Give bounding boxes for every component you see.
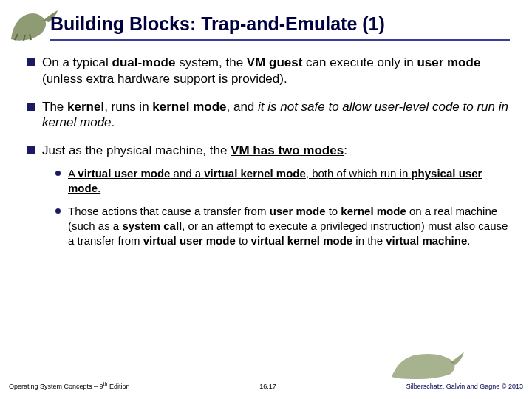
bold-underline-frag: VM has two modes [231, 143, 344, 157]
slide: Building Blocks: Trap-and-Emulate (1) On… [0, 0, 532, 399]
sub-bullet-1-text: A virtual user mode and a virtual kernel… [68, 166, 510, 196]
footer-center: 16.17 [259, 383, 276, 390]
slide-title: Building Blocks: Trap-and-Emulate (1) [50, 13, 510, 38]
bold-frag: VM guest [247, 55, 303, 69]
text-frag: to [236, 234, 251, 247]
text-frag: in the [352, 234, 386, 247]
bold-frag: user mode [270, 205, 326, 217]
text-frag: . [467, 234, 470, 247]
bold-frag: virtual kernel mode [251, 234, 353, 247]
title-underline [50, 39, 510, 41]
sub-bullet-1: A virtual user mode and a virtual kernel… [42, 166, 510, 196]
text-frag: , runs in [104, 100, 152, 114]
bullet-2: The kernel, runs in kernel mode, and it … [27, 99, 510, 132]
bullet-1: On a typical dual-mode system, the VM gu… [27, 55, 510, 87]
text-frag: (unless extra hardware support is provid… [42, 72, 287, 86]
sub-bullet-2-text: Those actions that cause a transfer from… [68, 204, 510, 248]
bold-frag: virtual user mode [143, 234, 236, 247]
square-bullet-icon [27, 103, 35, 111]
footer-right: Silberschatz, Galvin and Gagne © 2013 [406, 383, 523, 390]
text-frag: On a typical [42, 55, 112, 69]
bold-frag: virtual user mode [78, 167, 170, 180]
dinosaur-decoration-right [384, 344, 466, 381]
bold-frag: virtual machine [386, 234, 467, 247]
bullet-3-text: Just as the physical machine, the VM has… [42, 143, 510, 257]
square-bullet-icon [27, 146, 35, 154]
text-frag: Those actions that cause a transfer from [68, 205, 270, 217]
u-frag: A [68, 167, 78, 180]
bold-frag: dual-mode [112, 55, 176, 69]
footer: Operating System Concepts – 9th Edition … [9, 381, 523, 390]
title-area: Building Blocks: Trap-and-Emulate (1) [50, 13, 510, 41]
bold-frag: kernel mode [341, 205, 406, 217]
footer-left-text2: Edition [107, 383, 129, 390]
text-frag: The [42, 100, 67, 114]
text-frag: to [326, 205, 341, 217]
text-frag: . [112, 115, 115, 129]
bullet-1-text: On a typical dual-mode system, the VM gu… [42, 55, 510, 87]
footer-left-text: Operating System Concepts – 9 [9, 383, 103, 390]
bold-frag: kernel mode [152, 100, 226, 114]
bold-frag: system call [122, 219, 182, 232]
dot-bullet-icon [55, 208, 61, 214]
u-frag: . [98, 182, 100, 194]
sub-bullet-list: A virtual user mode and a virtual kernel… [42, 166, 510, 248]
text-frag: can execute only in [302, 55, 417, 69]
bullet-3: Just as the physical machine, the VM has… [27, 143, 510, 257]
text-frag: Just as the physical machine, the [42, 143, 231, 157]
bold-frag: virtual kernel mode [204, 167, 306, 180]
dot-bullet-icon [55, 171, 61, 176]
text-frag: , and [226, 100, 258, 114]
bullet-2-text: The kernel, runs in kernel mode, and it … [42, 99, 510, 132]
content-area: On a typical dual-mode system, the VM gu… [27, 55, 510, 269]
u-frag: and a [170, 167, 204, 180]
text-frag: : [344, 143, 347, 157]
footer-left: Operating System Concepts – 9th Edition [9, 381, 129, 390]
text-frag: system, the [175, 55, 246, 69]
square-bullet-icon [27, 58, 35, 66]
u-frag: , both of which run in [306, 167, 412, 180]
bold-frag: user mode [417, 55, 480, 69]
bold-underline-frag: kernel [67, 100, 104, 114]
sub-bullet-2: Those actions that cause a transfer from… [42, 204, 510, 248]
